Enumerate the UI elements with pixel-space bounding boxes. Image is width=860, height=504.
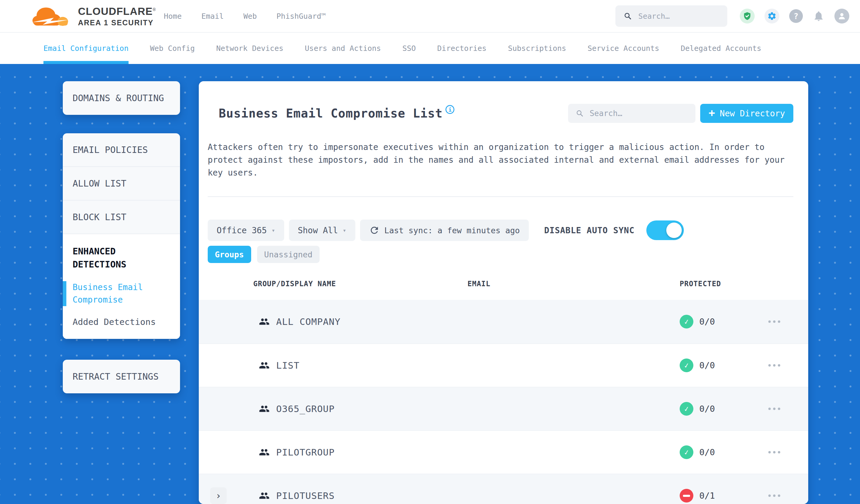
unprotected-minus-icon [680, 489, 693, 503]
page-canvas: DOMAINS & ROUTING EMAIL POLICIES ALLOW L… [0, 64, 860, 504]
account-button[interactable] [834, 9, 849, 24]
sidebar-item-enhanced-detections[interactable]: ENHANCED DETECTIONS [73, 245, 170, 271]
top-nav-web[interactable]: Web [243, 12, 257, 20]
refresh-icon [369, 225, 380, 236]
search-icon [624, 11, 632, 21]
group-name: PILOTUSERS [276, 490, 335, 501]
tab-sso[interactable]: SSO [402, 33, 416, 64]
tab-network-devices[interactable]: Network Devices [216, 33, 284, 64]
sidebar-item-block-list[interactable]: BLOCK LIST [63, 201, 180, 234]
group-icon [259, 361, 270, 370]
protected-check-icon: ✓ [679, 445, 694, 460]
main-panel: Business Email Compromise List i + New D… [199, 81, 808, 504]
group-icon [259, 404, 270, 413]
list-search[interactable] [568, 104, 696, 123]
directory-filter-dropdown[interactable]: Office 365 ▾ [208, 219, 284, 241]
page-title: Business Email Compromise List [219, 106, 443, 120]
search-icon [576, 109, 584, 118]
toggle-knob [666, 222, 682, 238]
protected-check-icon: ✓ [679, 401, 694, 417]
tab-web-config[interactable]: Web Config [150, 33, 195, 64]
tab-subscriptions[interactable]: Subscriptions [508, 33, 566, 64]
global-search-input[interactable] [638, 12, 719, 20]
section-tabs: Email Configuration Web Config Network D… [0, 33, 860, 64]
brand-subtitle: AREA 1 SECURITY [78, 18, 156, 27]
sidebar-item-allow-list[interactable]: ALLOW LIST [63, 167, 180, 201]
table-row: O365_GROUP✓0/0 [199, 387, 808, 430]
sidebar-item-retract-settings[interactable]: RETRACT SETTINGS [63, 360, 180, 393]
group-name: LIST [276, 360, 300, 371]
view-tabs: Groups Unassigned [208, 246, 793, 263]
table-row: ALL COMPANY✓0/0 [199, 300, 808, 343]
tab-delegated-accounts[interactable]: Delegated Accounts [680, 33, 761, 64]
protected-count: 0/0 [699, 404, 715, 414]
view-tab-groups[interactable]: Groups [208, 246, 251, 263]
plus-icon: + [708, 107, 715, 119]
settings-button[interactable] [764, 9, 779, 24]
security-status-button[interactable] [740, 9, 755, 24]
row-menu-button[interactable] [768, 320, 780, 323]
last-sync-button[interactable]: Last sync: a few minutes ago [360, 219, 529, 241]
table-row: ›PILOTUSERS0/1 [199, 474, 808, 504]
page-description: Attackers often try to impersonate execu… [208, 141, 791, 179]
sidebar-item-added-detections[interactable]: Added Detections [73, 317, 170, 327]
top-nav-phishguard[interactable]: PhishGuard™ [276, 12, 326, 20]
column-protected: PROTECTED [680, 280, 766, 288]
protected-count: 0/0 [699, 447, 715, 457]
global-search[interactable] [615, 5, 727, 27]
group-icon [259, 448, 270, 457]
info-icon[interactable]: i [445, 105, 455, 114]
top-nav-email[interactable]: Email [201, 12, 224, 20]
protected-count: 0/0 [699, 317, 715, 327]
group-icon [259, 491, 270, 500]
question-icon: ? [794, 12, 799, 21]
brand-name: CLOUDFLARE® [78, 5, 156, 17]
tab-users-and-actions[interactable]: Users and Actions [305, 33, 381, 64]
registered-mark: ® [153, 7, 156, 12]
row-menu-button[interactable] [768, 451, 780, 453]
group-name: ALL COMPANY [276, 316, 341, 327]
sidebar-item-business-email-compromise[interactable]: Business Email Compromise [63, 281, 170, 306]
new-directory-button[interactable]: + New Directory [700, 104, 793, 123]
auto-sync-toggle[interactable] [646, 220, 684, 240]
chevron-right-icon: › [215, 490, 221, 501]
table-header: GROUP/DISPLAY NAME EMAIL PROTECTED [199, 263, 808, 300]
row-menu-button[interactable] [768, 408, 780, 410]
cloudflare-logo: CLOUDFLARE® AREA 1 SECURITY [30, 3, 156, 29]
group-name: O365_GROUP [276, 403, 335, 414]
list-search-input[interactable] [589, 109, 688, 118]
help-button[interactable]: ? [789, 9, 803, 23]
tab-directories[interactable]: Directories [437, 33, 487, 64]
bell-icon[interactable] [813, 10, 825, 22]
sidebar-item-email-policies[interactable]: EMAIL POLICIES [63, 133, 180, 167]
sidebar-item-domains-routing[interactable]: DOMAINS & ROUTING [63, 81, 180, 115]
view-tab-unassigned[interactable]: Unassigned [257, 246, 320, 263]
table-row: LIST✓0/0 [199, 343, 808, 387]
protected-check-icon: ✓ [679, 314, 694, 329]
table-body: ALL COMPANY✓0/0LIST✓0/0O365_GROUP✓0/0PIL… [199, 300, 808, 504]
column-email: EMAIL [468, 280, 680, 288]
sidebar: DOMAINS & ROUTING EMAIL POLICIES ALLOW L… [63, 81, 180, 393]
tab-service-accounts[interactable]: Service Accounts [588, 33, 659, 64]
protected-check-icon: ✓ [679, 358, 694, 373]
protected-count: 0/1 [699, 491, 715, 501]
chevron-down-icon: ▾ [272, 227, 275, 234]
group-icon [259, 317, 270, 326]
sidebar-policies-card: EMAIL POLICIES ALLOW LIST BLOCK LIST ENH… [63, 133, 180, 339]
controls-row: Office 365 ▾ Show All ▾ Last sync: a few… [208, 219, 793, 241]
group-name: PILOTGROUP [276, 447, 335, 458]
visibility-filter-dropdown[interactable]: Show All ▾ [289, 219, 355, 241]
expand-row-button[interactable]: › [210, 487, 227, 504]
row-menu-button[interactable] [768, 494, 780, 497]
tab-email-configuration[interactable]: Email Configuration [43, 33, 129, 64]
shield-check-icon [743, 12, 752, 20]
table-row: PILOTGROUP✓0/0 [199, 430, 808, 474]
chevron-down-icon: ▾ [343, 227, 346, 234]
top-nav-home[interactable]: Home [164, 12, 182, 20]
sidebar-enhanced-detections-section: ENHANCED DETECTIONS Business Email Compr… [63, 234, 180, 339]
divider [208, 196, 793, 197]
auto-sync-label: DISABLE AUTO SYNC [544, 226, 635, 235]
user-icon [837, 12, 846, 20]
row-menu-button[interactable] [768, 364, 780, 366]
protected-count: 0/0 [699, 360, 715, 371]
